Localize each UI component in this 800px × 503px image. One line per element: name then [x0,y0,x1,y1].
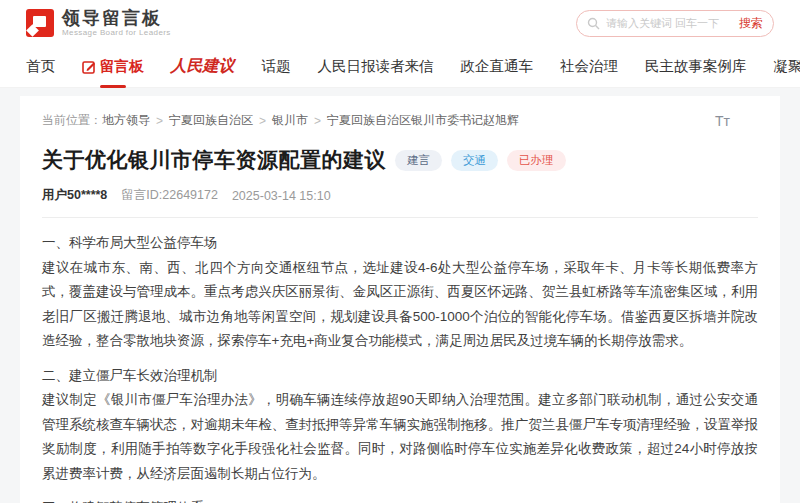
post-section: 二、建立僵尸车长效治理机制 建议制定《银川市僵尸车治理办法》，明确车辆连续停放超… [42,364,758,487]
logo-icon [26,9,54,37]
post-section: 三、构建智慧停车管理体系 建议升级现有静态交通管理平台，将全市经营性停车场、路侧… [42,496,758,503]
site-logo[interactable]: 领导留言板 Message Board for Leaders [26,9,171,38]
site-subtitle: Message Board for Leaders [62,28,171,37]
breadcrumb-item-ningxia[interactable]: 宁夏回族自治区 [169,112,253,129]
tag-jiaotong: 交通 [451,150,498,171]
post-section: 一、科学布局大型公益停车场 建议在城市东、南、西、北四个方向交通枢纽节点，选址建… [42,231,758,354]
search-input[interactable] [606,17,733,29]
tag-jianyan: 建言 [395,150,442,171]
logo-text: 领导留言板 Message Board for Leaders [62,9,171,38]
site-title: 领导留言板 [62,9,171,29]
nav-item-social-governance[interactable]: 社会治理 [560,46,618,88]
breadcrumb-prefix: 当前位置： [42,112,102,129]
title-row: 关于优化银川市停车资源配置的建议 建言 交通 已办理 [42,146,758,174]
breadcrumb-separator: > [314,114,321,128]
nav-item-serve-masses[interactable]: 凝聚服务群众 [774,46,800,88]
breadcrumb-item-yinchuan[interactable]: 银川市 [272,112,308,129]
site-header: 领导留言板 Message Board for Leaders 搜索 [0,0,800,46]
post-timestamp: 2025-03-14 15:10 [232,189,331,203]
breadcrumb-item-local-leaders[interactable]: 地方领导 [102,112,150,129]
page-title: 关于优化银川市停车资源配置的建议 [42,146,386,174]
status-badge-handled: 已办理 [507,150,566,171]
search-button[interactable]: 搜索 [739,15,763,32]
nav-item-home[interactable]: 首页 [26,46,55,88]
breadcrumb: 当前位置： 地方领导 > 宁夏回族自治区 > 银川市 > 宁夏回族自治区银川市委… [42,112,758,129]
section-heading: 二、建立僵尸车长效治理机制 [42,364,758,389]
message-board-icon [82,60,96,74]
section-text: 建议制定《银川市僵尸车治理办法》，明确车辆连续停放超90天即纳入治理范围。建立多… [42,388,758,486]
main-nav: 首页 留言板 人民建议 话题 人民日报读者来信 政企直通车 社会治理 民主故事案… [0,46,800,88]
post-author: 用户50****8 [42,187,107,204]
section-heading: 三、构建智慧停车管理体系 [42,496,758,503]
nav-item-topics[interactable]: 话题 [262,46,291,88]
post-message-id: 留言ID:22649172 [121,187,218,204]
nav-item-message-board[interactable]: 留言板 [82,46,144,88]
message-detail-card: 当前位置： 地方领导 > 宁夏回族自治区 > 银川市 > 宁夏回族自治区银川市委… [20,96,780,503]
search-icon [587,17,600,30]
nav-item-reader-letters[interactable]: 人民日报读者来信 [318,46,434,88]
nav-item-gov-enterprise[interactable]: 政企直通车 [461,46,534,88]
post-meta: 用户50****8 留言ID:22649172 2025-03-14 15:10 [42,187,758,218]
breadcrumb-item-secretary[interactable]: 宁夏回族自治区银川市委书记赵旭辉 [327,112,519,129]
breadcrumb-separator: > [259,114,266,128]
breadcrumb-separator: > [156,114,163,128]
section-text: 建议在城市东、南、西、北四个方向交通枢纽节点，选址建设4-6处大型公益停车场，采… [42,256,758,354]
nav-item-label: 留言板 [100,57,144,76]
search-box: 搜索 [576,10,774,37]
nav-item-peoples-suggestions[interactable]: 人民建议 [171,46,235,88]
nav-item-democracy-cases[interactable]: 民主故事案例库 [645,46,747,88]
page-background: 当前位置： 地方领导 > 宁夏回族自治区 > 银川市 > 宁夏回族自治区银川市委… [0,88,800,503]
font-size-icon[interactable]: Tт [715,113,730,129]
post-body: 一、科学布局大型公益停车场 建议在城市东、南、西、北四个方向交通枢纽节点，选址建… [42,231,758,503]
section-heading: 一、科学布局大型公益停车场 [42,231,758,256]
